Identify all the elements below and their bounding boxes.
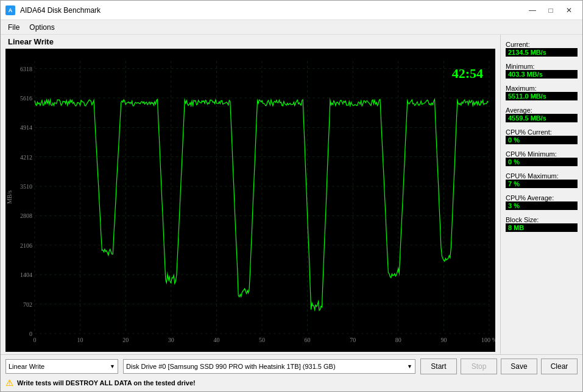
current-label: Current: <box>506 41 578 48</box>
cpu-maximum-value: 7 % <box>506 180 578 188</box>
title-bar: A AIDA64 Disk Benchmark — □ ✕ <box>1 1 582 20</box>
main-window: A AIDA64 Disk Benchmark — □ ✕ File Optio… <box>0 0 583 392</box>
stat-block-size: Block Size: 8 MB <box>506 214 578 232</box>
warning-bar: ⚠ Write tests will DESTROY ALL DATA on t… <box>5 378 578 388</box>
test-type-dropdown[interactable]: Linear Write ▼ <box>5 359 118 374</box>
stat-average: Average: 4559.5 MB/s <box>506 104 578 122</box>
stat-cpu-current: CPU% Current: 0 % <box>506 126 578 144</box>
block-size-value: 8 MB <box>506 223 578 232</box>
action-buttons: Start Stop Save Clear <box>420 359 578 374</box>
block-size-label: Block Size: <box>506 216 578 223</box>
stat-cpu-maximum: CPU% Maximum: 7 % <box>506 170 578 188</box>
stat-current: Current: 2134.5 MB/s <box>506 38 578 57</box>
clear-button[interactable]: Clear <box>541 359 578 374</box>
average-label: Average: <box>506 107 578 114</box>
title-bar-left: A AIDA64 Disk Benchmark <box>5 5 101 15</box>
cpu-minimum-label: CPU% Minimum: <box>506 150 578 158</box>
maximum-label: Maximum: <box>506 85 578 92</box>
test-type-value: Linear Write <box>9 363 44 370</box>
cpu-average-label: CPU% Average: <box>506 194 578 201</box>
window-controls: — □ ✕ <box>524 4 578 16</box>
stop-button[interactable]: Stop <box>461 359 497 374</box>
warning-icon: ⚠ <box>5 378 13 388</box>
right-panel: Current: 2134.5 MB/s Minimum: 403.3 MB/s… <box>500 35 582 354</box>
chart-section: Linear Write <box>1 35 500 354</box>
stat-maximum: Maximum: 5511.0 MB/s <box>506 82 578 100</box>
menu-options[interactable]: Options <box>24 22 59 33</box>
content-area: Linear Write Current: 2134.5 MB/s Minimu… <box>1 35 582 354</box>
stat-cpu-average: CPU% Average: 3 % <box>506 192 578 210</box>
cpu-average-value: 3 % <box>506 201 578 210</box>
drive-arrow: ▼ <box>407 363 412 369</box>
minimize-button[interactable]: — <box>524 4 541 16</box>
average-value: 4559.5 MB/s <box>506 114 578 122</box>
bottom-bar: Linear Write ▼ Disk Drive #0 [Samsung SS… <box>1 354 582 391</box>
chart-container <box>5 49 495 352</box>
close-button[interactable]: ✕ <box>560 4 578 16</box>
stat-minimum: Minimum: 403.3 MB/s <box>506 60 578 79</box>
chart-canvas <box>5 49 495 352</box>
chart-title: Linear Write <box>5 37 495 46</box>
cpu-current-label: CPU% Current: <box>506 128 578 136</box>
cpu-current-value: 0 % <box>506 136 578 144</box>
app-icon: A <box>5 5 15 15</box>
cpu-maximum-label: CPU% Maximum: <box>506 172 578 180</box>
menu-file[interactable]: File <box>3 22 24 33</box>
current-value: 2134.5 MB/s <box>506 48 578 57</box>
test-type-arrow: ▼ <box>110 363 115 369</box>
minimum-value: 403.3 MB/s <box>506 70 578 79</box>
menu-bar: File Options <box>1 20 582 35</box>
cpu-minimum-value: 0 % <box>506 158 578 166</box>
maximum-value: 5511.0 MB/s <box>506 92 578 100</box>
window-title: AIDA64 Disk Benchmark <box>20 6 101 15</box>
stat-cpu-minimum: CPU% Minimum: 0 % <box>506 148 578 166</box>
bottom-controls: Linear Write ▼ Disk Drive #0 [Samsung SS… <box>5 359 578 374</box>
save-button[interactable]: Save <box>501 359 537 374</box>
minimum-label: Minimum: <box>506 63 578 70</box>
drive-dropdown[interactable]: Disk Drive #0 [Samsung SSD 990 PRO with … <box>123 359 415 374</box>
warning-text: Write tests will DESTROY ALL DATA on the… <box>17 379 196 387</box>
maximize-button[interactable]: □ <box>542 4 559 16</box>
drive-value: Disk Drive #0 [Samsung SSD 990 PRO with … <box>126 363 336 370</box>
start-button[interactable]: Start <box>420 359 457 374</box>
